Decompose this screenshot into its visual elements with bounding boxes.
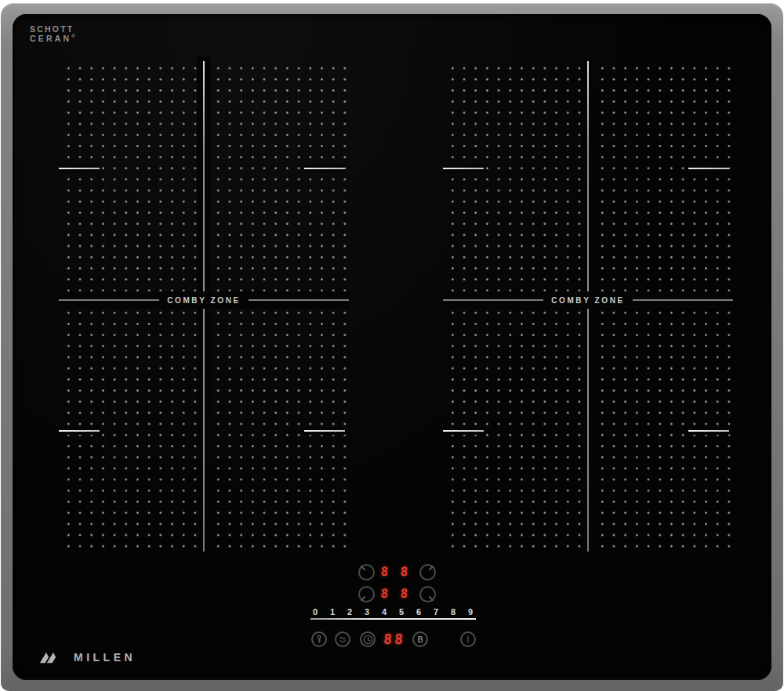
clock-icon: [362, 634, 374, 646]
ceran-text: CERAN®: [30, 34, 75, 43]
child-lock-button[interactable]: [311, 631, 327, 647]
comby-zone-row: COMBY ZONE: [443, 291, 733, 309]
slider-level-0[interactable]: 0: [310, 607, 320, 617]
zone-display-back-left: 8: [379, 566, 390, 578]
power-slider: 0 1 2 3 4 5 6 7 8 9: [310, 607, 475, 617]
millen-logo: MILLEN: [38, 650, 136, 664]
zone-edge-marker: [443, 165, 484, 172]
slider-level-4[interactable]: 4: [379, 607, 389, 617]
power-button[interactable]: [460, 631, 476, 647]
manufacturer-name: MILLEN: [74, 651, 136, 664]
zone-position-icon: [360, 595, 365, 601]
zone-selector-front-right[interactable]: [419, 586, 436, 602]
zone-edge-marker: [443, 427, 484, 435]
timer-display-tens: 8: [382, 632, 393, 646]
comby-zone-row: COMBY ZONE: [59, 291, 349, 309]
comby-line-right: [633, 299, 733, 301]
cooking-zone-left[interactable]: COMBY ZONE: [59, 56, 349, 558]
boost-label: B: [417, 635, 423, 644]
boost-button[interactable]: B: [412, 631, 428, 647]
zone-position-icon: [428, 595, 434, 601]
schott-ceran-logo: SCHOTT CERAN®: [30, 25, 75, 43]
comby-line-left: [59, 299, 159, 301]
zone-selector-back-right[interactable]: [419, 564, 436, 581]
zone-display-front-right: 8: [398, 588, 409, 600]
key-icon: [314, 634, 325, 645]
slider-level-7[interactable]: 7: [431, 607, 441, 617]
slider-level-2[interactable]: 2: [345, 607, 354, 617]
timer-button[interactable]: [360, 631, 376, 647]
registered-mark: ®: [71, 34, 74, 38]
slider-level-8[interactable]: 8: [448, 607, 458, 617]
slider-track[interactable]: [310, 618, 476, 620]
zone-selector-back-left[interactable]: [358, 564, 375, 581]
comby-zone-label: COMBY ZONE: [167, 296, 241, 305]
slider-level-6[interactable]: 6: [414, 607, 423, 617]
zone-position-icon: [428, 565, 434, 570]
zone-edge-marker: [304, 165, 345, 172]
comby-zone-label: COMBY ZONE: [551, 296, 625, 305]
millen-swoosh-icon: [38, 650, 67, 664]
keep-warm-button[interactable]: [335, 631, 350, 647]
zone-edge-marker: [304, 427, 345, 435]
zone-display-back-right: 8: [398, 566, 409, 578]
cooking-zone-right[interactable]: COMBY ZONE: [443, 56, 733, 558]
zone-position-icon: [360, 565, 365, 570]
comby-line-right: [249, 299, 349, 301]
product-photo-induction-hob: SCHOTT CERAN® COMBY ZONE COMBY ZONE: [0, 0, 784, 691]
zone-display-front-left: 8: [379, 588, 390, 600]
slider-level-3[interactable]: 3: [362, 607, 372, 617]
zone-edge-marker: [59, 165, 100, 172]
slider-level-9[interactable]: 9: [466, 607, 475, 617]
schott-text: SCHOTT: [30, 25, 75, 34]
comby-line-left: [443, 299, 543, 301]
keep-warm-icon: [337, 634, 348, 645]
slider-level-1[interactable]: 1: [328, 607, 337, 617]
zone-selector-front-left[interactable]: [358, 586, 375, 602]
timer-display-units: 8: [393, 632, 404, 646]
zone-edge-marker: [688, 427, 729, 435]
slider-level-5[interactable]: 5: [397, 607, 406, 617]
power-icon: [463, 634, 474, 645]
zone-edge-marker: [688, 165, 729, 172]
zone-edge-marker: [59, 427, 100, 435]
